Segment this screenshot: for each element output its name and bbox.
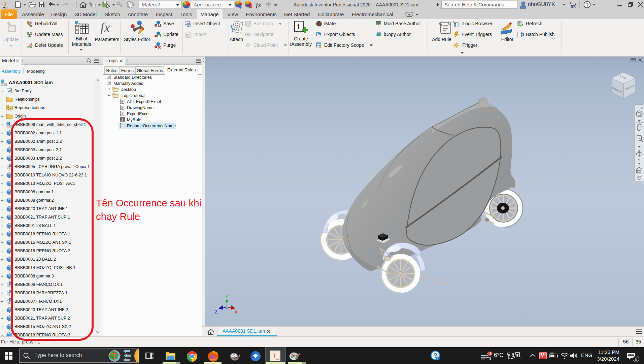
- svg-text:i: i: [297, 22, 300, 31]
- svg-text:6: 6: [635, 357, 637, 362]
- svg-text:Tên Occurrence sau khi: Tên Occurrence sau khi: [96, 197, 201, 208]
- svg-text:chạy Rule: chạy Rule: [96, 211, 140, 222]
- svg-text:i: i: [375, 32, 377, 37]
- svg-text:i: i: [437, 357, 438, 360]
- svg-text:PRO: PRO: [276, 358, 280, 360]
- svg-text:?: ?: [586, 2, 589, 8]
- svg-text:1: 1: [489, 352, 492, 356]
- svg-text:I: I: [273, 352, 276, 360]
- svg-text:fx: fx: [256, 1, 261, 8]
